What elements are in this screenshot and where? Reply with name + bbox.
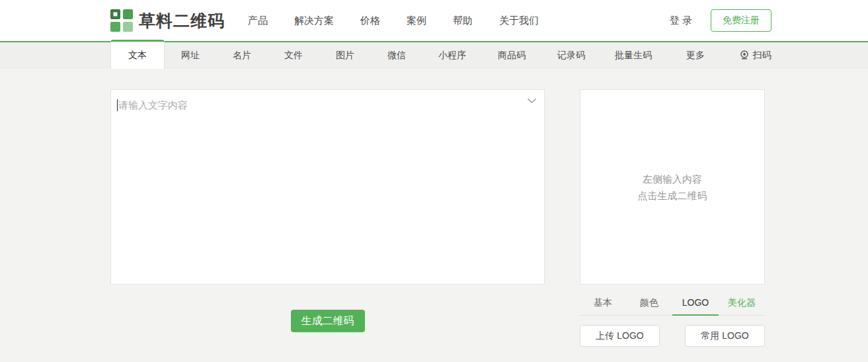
tab-url[interactable]: 网址	[165, 42, 216, 68]
tab-text[interactable]: 文本	[110, 40, 165, 69]
common-logo-button[interactable]: 常用 LOGO	[685, 325, 765, 347]
style-tab-beautifier[interactable]: 美化器	[719, 289, 765, 315]
tab-miniprogram[interactable]: 小程序	[422, 42, 482, 68]
text-content-input[interactable]	[111, 90, 544, 284]
nav-help[interactable]: 帮助	[453, 15, 473, 27]
chevron-down-icon[interactable]	[527, 98, 537, 104]
tab-more[interactable]: 更多	[666, 42, 725, 68]
style-tab-color[interactable]: 颜色	[626, 289, 672, 315]
tab-scan[interactable]: 扫码	[725, 42, 785, 68]
preview-hint-line2: 点击生成二维码	[638, 187, 707, 204]
header-right: 登 录 免费注册	[670, 9, 771, 32]
login-link[interactable]: 登 录	[670, 15, 692, 27]
main-content: 生成二维码 左侧输入内容 点击生成二维码 基本 颜色 LOGO 美化器 上传 L…	[110, 68, 765, 347]
qr-type-tabbar: 文本 网址 名片 文件 图片 微信 小程序 商品码 记录码 批量生码 更多 扫码	[0, 42, 868, 68]
tab-product-code[interactable]: 商品码	[482, 42, 541, 68]
header: 草料二维码 产品 解决方案 价格 案例 帮助 关于我们 登 录 免费注册	[0, 0, 868, 41]
style-tabbar: 基本 颜色 LOGO 美化器	[580, 289, 765, 316]
style-tab-basic[interactable]: 基本	[580, 289, 626, 315]
preview-column: 左侧输入内容 点击生成二维码 基本 颜色 LOGO 美化器 上传 LOGO 常用…	[580, 89, 765, 347]
tab-scan-label: 扫码	[753, 42, 771, 68]
style-tab-logo[interactable]: LOGO	[672, 289, 719, 315]
generate-qr-button[interactable]: 生成二维码	[291, 310, 365, 332]
upload-logo-button[interactable]: 上传 LOGO	[580, 325, 660, 347]
register-button[interactable]: 免费注册	[711, 9, 771, 32]
qr-logo-icon	[110, 9, 133, 32]
tab-record-code[interactable]: 记录码	[541, 42, 601, 68]
tab-image[interactable]: 图片	[319, 42, 371, 68]
scan-camera-icon	[739, 50, 750, 60]
nav-products[interactable]: 产品	[248, 15, 268, 27]
text-input-box	[110, 89, 545, 285]
tab-wechat[interactable]: 微信	[371, 42, 422, 68]
preview-hint-line1: 左侧输入内容	[643, 171, 702, 187]
qr-preview-box: 左侧输入内容 点击生成二维码	[580, 89, 765, 285]
nav-pricing[interactable]: 价格	[360, 15, 380, 27]
logo-text: 草料二维码	[139, 10, 225, 32]
nav-solutions[interactable]: 解决方案	[294, 15, 334, 27]
site-logo[interactable]: 草料二维码	[110, 9, 225, 32]
main-nav: 产品 解决方案 价格 案例 帮助 关于我们	[248, 15, 539, 27]
nav-cases[interactable]: 案例	[407, 15, 426, 27]
text-caret	[117, 99, 118, 111]
generator-column: 生成二维码	[110, 89, 545, 347]
tab-batch-generate[interactable]: 批量生码	[601, 42, 666, 68]
logo-buttons-row: 上传 LOGO 常用 LOGO	[580, 325, 765, 347]
tab-vcard[interactable]: 名片	[216, 42, 268, 68]
nav-about[interactable]: 关于我们	[499, 15, 539, 27]
tab-file[interactable]: 文件	[268, 42, 319, 68]
